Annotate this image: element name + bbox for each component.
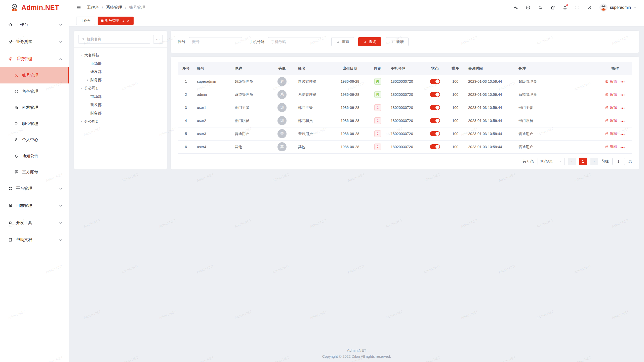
sidebar-item-机构管理[interactable]: 机构管理 [0, 100, 69, 116]
status-toggle[interactable] [430, 92, 440, 97]
org-search-input[interactable] [87, 37, 147, 41]
more-actions-button[interactable]: ••• [620, 145, 625, 149]
page-size-select[interactable]: 10条/页 [538, 158, 565, 165]
edit-button[interactable]: 编辑 [605, 79, 617, 84]
user-icon[interactable] [587, 5, 592, 10]
cell-phone: 18020030720 [388, 140, 424, 153]
edit-button[interactable]: 编辑 [605, 145, 617, 149]
tree-node-财务部[interactable]: 财务部 [78, 109, 163, 117]
cell-birthdate: 1986-06-28 [332, 114, 368, 127]
column-header-头像: 头像 [269, 62, 295, 75]
more-actions-button[interactable]: ••• [620, 119, 625, 123]
sidebar-item-三方账号[interactable]: 三方账号 [0, 164, 69, 180]
sidebar-item-系统管理[interactable]: 系统管理 [0, 50, 69, 67]
menu-fold-icon[interactable] [76, 5, 81, 10]
refresh-icon[interactable] [121, 19, 125, 23]
cell-remark: 部门职员 [515, 114, 598, 127]
edit-button[interactable]: 编辑 [605, 105, 617, 110]
phone-input[interactable] [268, 37, 321, 46]
search-icon[interactable] [538, 5, 543, 10]
more-actions-button[interactable]: ••• [620, 106, 625, 110]
cell-nickname: 部门职员 [232, 114, 269, 127]
org-search-field[interactable] [78, 35, 150, 44]
tree-caret-down-icon[interactable] [79, 87, 84, 90]
next-page-button[interactable]: › [590, 158, 598, 165]
more-actions-button[interactable]: ••• [620, 80, 625, 84]
status-toggle[interactable] [430, 131, 440, 136]
account-input[interactable] [189, 37, 242, 46]
sidebar-item-账号管理[interactable]: 账号管理 [0, 67, 69, 83]
breadcrumb-item[interactable]: 工作台 [87, 5, 99, 10]
more-actions-button[interactable]: ••• [620, 132, 625, 136]
more-actions-button[interactable]: ••• [620, 93, 625, 97]
cell-birthdate: 1986-06-28 [332, 75, 368, 88]
status-toggle[interactable] [430, 118, 440, 123]
current-page[interactable]: 1 [579, 158, 587, 165]
total-count: 共 6 条 [522, 159, 534, 164]
cell-gender: 女 [368, 101, 388, 114]
sidebar-item-工作台[interactable]: 工作台 [0, 16, 69, 33]
table-row: 2admin系统管理员系系统管理员1986-06-28男180200307201… [178, 88, 632, 101]
tree-node-市场部[interactable]: 市场部 [78, 93, 163, 101]
status-toggle[interactable] [430, 79, 440, 84]
tab-工作台[interactable]: 工作台 [76, 17, 95, 25]
edit-button[interactable]: 编辑 [605, 118, 617, 123]
column-header-序号: 序号 [178, 62, 194, 75]
org-more-button[interactable]: ... [153, 35, 163, 44]
sidebar-item-角色管理[interactable]: 角色管理 [0, 83, 69, 100]
tree-node-大名科技[interactable]: 大名科技 [78, 51, 163, 59]
app-logo[interactable]: Admin.NET [0, 0, 69, 15]
tree-caret-down-icon[interactable] [79, 54, 84, 57]
tree-node-研发部[interactable]: 研发部 [78, 68, 163, 76]
mascot-logo-icon [10, 3, 19, 12]
account-label: 账号 [178, 39, 185, 44]
breadcrumb-item[interactable]: 系统管理 [106, 5, 122, 10]
cell-gender: 女 [368, 114, 388, 127]
cell-modified-time: 2023-01-03 10:59:44 [465, 101, 515, 114]
tree-node-财务部[interactable]: 财务部 [78, 76, 163, 84]
notification-badge [566, 4, 568, 6]
font-size-icon[interactable] [513, 5, 518, 10]
sidebar-item-通知公告[interactable]: 通知公告 [0, 148, 69, 164]
goto-page-input[interactable] [612, 158, 625, 165]
column-header-手机号码: 手机号码 [388, 62, 424, 75]
query-button[interactable]: 查询 [358, 37, 381, 46]
cell-operations: 编辑••• [598, 75, 632, 88]
sidebar-item-开发工具[interactable]: 开发工具 [0, 214, 69, 231]
column-header-性别: 性别 [368, 62, 388, 75]
tree-node-分公司2[interactable]: 分公司2 [78, 117, 163, 126]
main-area: 工作台/系统管理/账号管理 superadmin 工作台账号管理 ... 大名科… [69, 0, 644, 362]
sidebar-item-label: 三方账号 [22, 169, 62, 175]
tree-node-研发部[interactable]: 研发部 [78, 101, 163, 109]
sidebar-item-帮助文档[interactable]: 帮助文档 [0, 231, 69, 248]
tree-caret-right-icon[interactable] [79, 120, 84, 123]
status-toggle[interactable] [430, 144, 440, 149]
edit-button[interactable]: 编辑 [605, 92, 617, 97]
cell-order: 100 [446, 127, 465, 140]
fullscreen-icon[interactable] [575, 5, 580, 10]
status-toggle[interactable] [430, 105, 440, 110]
user-menu[interactable]: superadmin [599, 4, 636, 12]
notification-icon[interactable] [562, 5, 568, 10]
sidebar-item-label: 通知公告 [22, 153, 62, 159]
cell-index: 3 [178, 101, 194, 114]
chevron-down-icon [559, 160, 562, 163]
sidebar-item-职位管理[interactable]: 职位管理 [0, 116, 69, 132]
tree-caret-right-icon[interactable] [85, 79, 90, 82]
reset-button[interactable]: 重置 [331, 37, 354, 46]
sidebar-item-个人中心[interactable]: 个人中心 [0, 132, 69, 148]
language-icon[interactable] [526, 5, 531, 10]
tree-node-市场部[interactable]: 市场部 [78, 59, 163, 68]
theme-icon[interactable] [550, 5, 555, 10]
sidebar-item-日志管理[interactable]: 日志管理 [0, 197, 69, 214]
sidebar-item-平台管理[interactable]: 平台管理 [0, 180, 69, 197]
add-button[interactable]: 新增 [386, 37, 409, 46]
sidebar-item-业务测试[interactable]: 业务测试 [0, 33, 69, 50]
prev-page-button[interactable]: ‹ [568, 158, 576, 165]
tree-node-label: 市场部 [90, 94, 102, 99]
tree-node-分公司1[interactable]: 分公司1 [78, 84, 163, 93]
tab-账号管理[interactable]: 账号管理 [98, 17, 134, 25]
gender-badge: 女 [374, 144, 381, 150]
close-icon[interactable] [127, 19, 130, 23]
edit-button[interactable]: 编辑 [605, 131, 617, 136]
